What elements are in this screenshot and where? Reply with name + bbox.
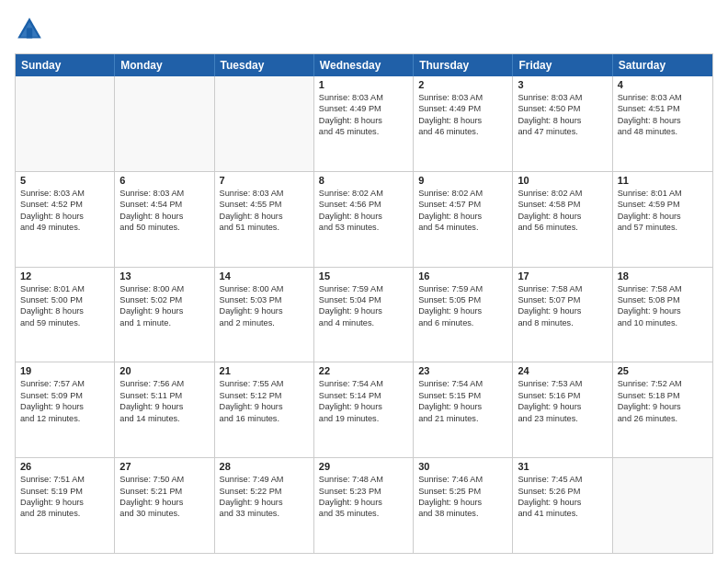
weekday-header-cell: Tuesday: [215, 54, 314, 76]
calendar-cell: 17Sunrise: 7:58 AM Sunset: 5:07 PM Dayli…: [513, 268, 612, 362]
day-info: Sunrise: 7:58 AM Sunset: 5:07 PM Dayligh…: [518, 283, 607, 329]
day-number: 28: [220, 461, 309, 472]
day-info: Sunrise: 8:02 AM Sunset: 4:58 PM Dayligh…: [518, 188, 607, 234]
day-info: Sunrise: 7:58 AM Sunset: 5:08 PM Dayligh…: [618, 283, 708, 329]
weekday-header-cell: Monday: [115, 54, 214, 76]
calendar-cell: 12Sunrise: 8:01 AM Sunset: 5:00 PM Dayli…: [16, 268, 115, 362]
calendar-cell: 5Sunrise: 8:03 AM Sunset: 4:52 PM Daylig…: [16, 172, 115, 267]
calendar-cell: 9Sunrise: 8:02 AM Sunset: 4:57 PM Daylig…: [414, 172, 513, 267]
day-info: Sunrise: 7:45 AM Sunset: 5:26 PM Dayligh…: [518, 474, 607, 520]
day-number: 29: [319, 461, 408, 472]
calendar-cell: 24Sunrise: 7:53 AM Sunset: 5:16 PM Dayli…: [513, 362, 612, 457]
day-number: 14: [220, 270, 309, 282]
calendar-cell: 13Sunrise: 8:00 AM Sunset: 5:02 PM Dayli…: [115, 268, 214, 362]
calendar-cell: 16Sunrise: 7:59 AM Sunset: 5:05 PM Dayli…: [414, 268, 513, 362]
calendar-cell: 2Sunrise: 8:03 AM Sunset: 4:49 PM Daylig…: [414, 76, 513, 171]
day-number: 8: [319, 175, 408, 186]
calendar-cell: 4Sunrise: 8:03 AM Sunset: 4:51 PM Daylig…: [613, 76, 712, 171]
day-info: Sunrise: 8:03 AM Sunset: 4:55 PM Dayligh…: [220, 188, 309, 234]
calendar-cell: [613, 458, 712, 553]
calendar-cell: [115, 76, 214, 171]
day-info: Sunrise: 8:02 AM Sunset: 4:57 PM Dayligh…: [418, 188, 507, 234]
day-number: 7: [220, 175, 309, 186]
logo: [15, 15, 48, 44]
day-info: Sunrise: 8:03 AM Sunset: 4:50 PM Dayligh…: [518, 92, 607, 138]
day-number: 19: [20, 365, 109, 376]
day-number: 25: [618, 365, 708, 376]
day-info: Sunrise: 8:03 AM Sunset: 4:51 PM Dayligh…: [618, 92, 708, 138]
day-info: Sunrise: 8:02 AM Sunset: 4:56 PM Dayligh…: [319, 188, 408, 234]
weekday-header-cell: Thursday: [414, 54, 513, 76]
calendar-cell: 8Sunrise: 8:02 AM Sunset: 4:56 PM Daylig…: [314, 172, 414, 267]
calendar-cell: 29Sunrise: 7:48 AM Sunset: 5:23 PM Dayli…: [314, 458, 414, 553]
day-number: 13: [119, 270, 209, 282]
calendar-cell: 19Sunrise: 7:57 AM Sunset: 5:09 PM Dayli…: [16, 362, 115, 457]
calendar-cell: 26Sunrise: 7:51 AM Sunset: 5:19 PM Dayli…: [16, 458, 115, 553]
logo-icon: [15, 15, 44, 44]
calendar-cell: 21Sunrise: 7:55 AM Sunset: 5:12 PM Dayli…: [215, 362, 314, 457]
day-number: 11: [618, 175, 708, 186]
day-info: Sunrise: 7:54 AM Sunset: 5:14 PM Dayligh…: [319, 378, 408, 424]
day-number: 3: [518, 79, 607, 90]
day-number: 26: [20, 461, 109, 472]
day-number: 12: [20, 270, 109, 282]
calendar-week: 1Sunrise: 8:03 AM Sunset: 4:49 PM Daylig…: [16, 76, 712, 172]
day-number: 2: [418, 79, 507, 90]
day-number: 6: [119, 175, 209, 186]
day-info: Sunrise: 8:01 AM Sunset: 4:59 PM Dayligh…: [618, 188, 708, 234]
calendar-cell: 6Sunrise: 8:03 AM Sunset: 4:54 PM Daylig…: [115, 172, 214, 267]
day-number: 30: [418, 461, 507, 472]
day-number: 1: [319, 79, 408, 90]
day-number: 20: [119, 365, 209, 376]
calendar-week: 26Sunrise: 7:51 AM Sunset: 5:19 PM Dayli…: [16, 458, 712, 553]
day-number: 21: [220, 365, 309, 376]
calendar-cell: 22Sunrise: 7:54 AM Sunset: 5:14 PM Dayli…: [314, 362, 414, 457]
calendar-body: 1Sunrise: 8:03 AM Sunset: 4:49 PM Daylig…: [16, 76, 712, 553]
day-info: Sunrise: 8:03 AM Sunset: 4:49 PM Dayligh…: [319, 92, 408, 138]
day-info: Sunrise: 7:52 AM Sunset: 5:18 PM Dayligh…: [618, 378, 708, 424]
day-info: Sunrise: 7:59 AM Sunset: 5:05 PM Dayligh…: [418, 283, 507, 329]
day-number: 18: [618, 270, 708, 282]
day-number: 23: [418, 365, 507, 376]
calendar-cell: [16, 76, 115, 171]
day-info: Sunrise: 8:01 AM Sunset: 5:00 PM Dayligh…: [20, 283, 109, 329]
calendar-cell: 20Sunrise: 7:56 AM Sunset: 5:11 PM Dayli…: [115, 362, 214, 457]
day-info: Sunrise: 7:57 AM Sunset: 5:09 PM Dayligh…: [20, 378, 109, 424]
day-info: Sunrise: 8:03 AM Sunset: 4:52 PM Dayligh…: [20, 188, 109, 234]
calendar-cell: 1Sunrise: 8:03 AM Sunset: 4:49 PM Daylig…: [314, 76, 414, 171]
calendar-cell: 31Sunrise: 7:45 AM Sunset: 5:26 PM Dayli…: [513, 458, 612, 553]
day-number: 24: [518, 365, 607, 376]
calendar-cell: 3Sunrise: 8:03 AM Sunset: 4:50 PM Daylig…: [513, 76, 612, 171]
day-info: Sunrise: 7:59 AM Sunset: 5:04 PM Dayligh…: [319, 283, 408, 329]
calendar-cell: 10Sunrise: 8:02 AM Sunset: 4:58 PM Dayli…: [513, 172, 612, 267]
day-number: 10: [518, 175, 607, 186]
day-info: Sunrise: 7:46 AM Sunset: 5:25 PM Dayligh…: [418, 474, 507, 520]
calendar-cell: 15Sunrise: 7:59 AM Sunset: 5:04 PM Dayli…: [314, 268, 414, 362]
calendar-cell: [215, 76, 314, 171]
day-info: Sunrise: 7:54 AM Sunset: 5:15 PM Dayligh…: [418, 378, 507, 424]
day-number: 17: [518, 270, 607, 282]
calendar-week: 19Sunrise: 7:57 AM Sunset: 5:09 PM Dayli…: [16, 362, 712, 458]
day-number: 9: [418, 175, 507, 186]
calendar-cell: 14Sunrise: 8:00 AM Sunset: 5:03 PM Dayli…: [215, 268, 314, 362]
day-number: 31: [518, 461, 607, 472]
calendar-cell: 7Sunrise: 8:03 AM Sunset: 4:55 PM Daylig…: [215, 172, 314, 267]
day-info: Sunrise: 8:03 AM Sunset: 4:54 PM Dayligh…: [119, 188, 209, 234]
day-number: 4: [618, 79, 708, 90]
calendar-cell: 23Sunrise: 7:54 AM Sunset: 5:15 PM Dayli…: [414, 362, 513, 457]
calendar-cell: 30Sunrise: 7:46 AM Sunset: 5:25 PM Dayli…: [414, 458, 513, 553]
page: SundayMondayTuesdayWednesdayThursdayFrid…: [0, 0, 728, 563]
weekday-header: SundayMondayTuesdayWednesdayThursdayFrid…: [16, 54, 712, 76]
calendar-cell: 25Sunrise: 7:52 AM Sunset: 5:18 PM Dayli…: [613, 362, 712, 457]
calendar-cell: 11Sunrise: 8:01 AM Sunset: 4:59 PM Dayli…: [613, 172, 712, 267]
calendar: SundayMondayTuesdayWednesdayThursdayFrid…: [15, 53, 713, 554]
calendar-cell: 27Sunrise: 7:50 AM Sunset: 5:21 PM Dayli…: [115, 458, 214, 553]
calendar-week: 5Sunrise: 8:03 AM Sunset: 4:52 PM Daylig…: [16, 172, 712, 268]
calendar-grid: SundayMondayTuesdayWednesdayThursdayFrid…: [15, 53, 713, 554]
day-info: Sunrise: 8:00 AM Sunset: 5:03 PM Dayligh…: [220, 283, 309, 329]
day-number: 22: [319, 365, 408, 376]
weekday-header-cell: Sunday: [16, 54, 115, 76]
weekday-header-cell: Wednesday: [314, 54, 414, 76]
svg-rect-2: [27, 28, 32, 38]
weekday-header-cell: Friday: [513, 54, 612, 76]
